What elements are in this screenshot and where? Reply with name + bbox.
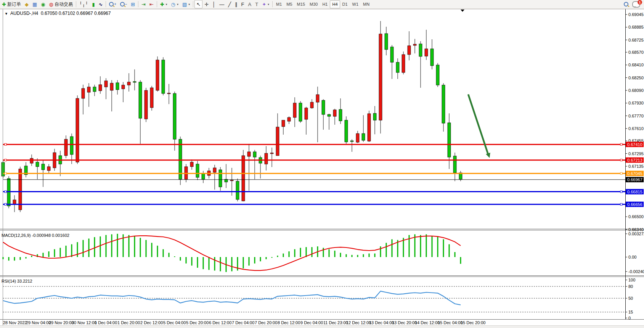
time-axis-label: 7 Dec 20:00 (255, 320, 277, 325)
auto-scroll-icon: ⇥ (141, 2, 146, 7)
rsi-axis-label: 0 (628, 316, 631, 320)
toolbar: ✚新订单◆▦◉◍自动交易╵╷╵▮∿+−⊞⇥⇤✚▾◷▾▧▾↖✛│—╱∥FAT✦▾M… (0, 0, 644, 9)
candle (282, 120, 285, 127)
candle (310, 102, 313, 108)
label-button[interactable]: T (253, 0, 260, 8)
timeframe-mn[interactable]: MN (361, 0, 372, 8)
timeframe-d1[interactable]: D1 (340, 0, 350, 8)
timeframe-h1[interactable]: H1 (320, 0, 330, 8)
indicators-icon: ✚ (160, 2, 164, 7)
auto-scroll-button[interactable]: ⇥ (140, 0, 148, 8)
toolbar-separator (193, 1, 193, 7)
macd-axis-label: 0.00 (628, 255, 636, 259)
level-handle (5, 172, 6, 174)
candle (19, 169, 22, 210)
level-handle (620, 159, 622, 161)
chevron-down-icon: ▾ (166, 3, 167, 6)
cursor-icon: ↖ (196, 2, 201, 7)
text-button[interactable]: A (246, 0, 254, 8)
vline-button[interactable]: │ (210, 0, 217, 8)
macd-axis-label: -0.002409 (628, 269, 644, 274)
level-handle (5, 159, 6, 161)
price-badge-label: 0.66815 (627, 190, 642, 194)
candle-chart-button[interactable]: ▮ (90, 0, 96, 8)
timeframe-h4[interactable]: H4 (330, 0, 340, 8)
search-icon[interactable] (624, 2, 628, 6)
candle (339, 109, 342, 121)
candle (350, 141, 353, 141)
cursor-button[interactable]: ↖ (194, 0, 202, 8)
candle (362, 133, 365, 140)
time-axis-label: 6 Dec 12:00 (209, 320, 231, 325)
fibonacci-button[interactable]: F (239, 0, 246, 8)
template-icon: ▧ (182, 2, 187, 7)
brush-icon: ◆ (25, 2, 29, 7)
line-chart-button[interactable]: ∿ (97, 0, 105, 8)
candle (270, 153, 273, 154)
candle (413, 44, 416, 45)
candle (402, 55, 405, 72)
candle (47, 167, 50, 170)
text-icon: A (248, 2, 252, 7)
trendline-button[interactable]: ╱ (226, 0, 233, 8)
templates-button[interactable]: ▧▾ (180, 0, 192, 8)
rsi-label: RSI(14) 33.2212 (2, 279, 32, 283)
price-axis-label: 0.66340 (628, 227, 644, 232)
price-axis-label: 0.68250 (628, 76, 644, 80)
autotrade-button[interactable]: ◍自动交易 (47, 0, 75, 8)
status-bar (0, 325, 644, 328)
indicators-button[interactable]: ✚▾ (158, 0, 169, 8)
price-badge-label: 0.67410 (627, 142, 642, 147)
price-axis-label: 0.68725 (628, 38, 644, 42)
time-axis-label: 30 Nov 12:00 (72, 320, 96, 325)
chevron-down-icon: ▾ (268, 3, 269, 6)
time-axis-label: 2 Dec 12:00 (140, 320, 163, 325)
periods-button[interactable]: ◷▾ (169, 0, 180, 8)
timeframe-w1[interactable]: W1 (350, 0, 361, 8)
macd-label: MACD(12,26,9) -0.000948 0.001602 (2, 233, 69, 238)
price-axis-label: 0.67610 (628, 126, 644, 131)
hline-button[interactable]: — (217, 0, 226, 8)
new-order-button[interactable]: ✚新订单 (0, 0, 23, 8)
chat-icon[interactable]: 1 (632, 1, 640, 8)
candle (448, 123, 451, 157)
tile-windows-button[interactable]: ⊞ (129, 0, 137, 8)
crosshair-icon: ✛ (204, 2, 209, 7)
chart-title: ▼AUDUSD-,H4 0.67050 0.67102 0.66967 0.66… (5, 11, 111, 16)
timeframe-m15[interactable]: M15 (295, 0, 307, 8)
candle (127, 82, 130, 85)
timeframe-m30[interactable]: M30 (307, 0, 320, 8)
candle (265, 153, 268, 164)
candle (30, 158, 33, 163)
price-axis-label: 0.69045 (628, 12, 644, 17)
candle (408, 46, 411, 55)
shapes-button[interactable]: ✦▾ (260, 0, 271, 8)
candle (293, 103, 296, 117)
bar-chart-button[interactable]: ╵╷╵ (77, 0, 90, 8)
zoom-in-button[interactable]: + (107, 0, 118, 8)
zoom-out-button[interactable]: − (118, 0, 129, 8)
candle (247, 152, 251, 156)
zoom-out-icon: − (120, 2, 127, 6)
timeframe-m5[interactable]: M5 (284, 0, 294, 8)
candle (150, 88, 153, 108)
signals-button[interactable]: ◉ (39, 0, 47, 8)
candle (299, 103, 302, 121)
styler-button[interactable]: ◆ (23, 0, 31, 8)
candle (76, 98, 79, 162)
candle (305, 108, 308, 119)
price-axis-label: 0.67135 (628, 164, 644, 169)
chart-window-button[interactable]: ▦ (31, 0, 39, 8)
candle (87, 87, 90, 92)
price-chart[interactable]: 0.690450.688850.687250.685700.684100.682… (0, 9, 644, 325)
chart-window[interactable]: 0.690450.688850.687250.685700.684100.682… (0, 9, 644, 325)
crosshair-button[interactable]: ✛ (202, 0, 210, 8)
time-axis-label: 9 Dec 04:00 (300, 320, 323, 325)
candle (396, 62, 399, 72)
chart-shift-button[interactable]: ⇤ (148, 0, 156, 8)
channel-button[interactable]: ∥ (233, 0, 239, 8)
timeframe-m1[interactable]: M1 (274, 0, 284, 8)
trendline-icon: ╱ (228, 2, 231, 7)
chart-shift-icon: ⇤ (149, 2, 154, 7)
price-axis-label: 0.68885 (628, 25, 644, 29)
